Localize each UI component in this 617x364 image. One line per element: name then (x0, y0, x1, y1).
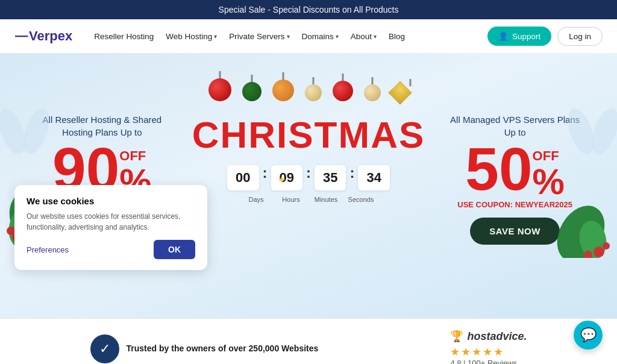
nav-links: Reseller Hosting Web Hosting ▾ Private S… (89, 28, 475, 45)
support-button[interactable]: 👤 Support (487, 27, 551, 46)
shield-icon: ✓ (90, 334, 119, 363)
hero-section: ✦ All Reseller Hosting & Shared Hosting … (0, 53, 617, 318)
ornament-1 (208, 78, 231, 101)
logo[interactable]: ⸻ Verpex (14, 28, 72, 44)
nav-label: Private Servers (229, 32, 284, 41)
chat-button[interactable]: 💬 (574, 321, 603, 350)
right-discount-suffix: OFF % (533, 139, 565, 200)
nav-domains[interactable]: Domains ▾ (297, 28, 343, 45)
ok-button[interactable]: OK (154, 240, 195, 259)
nav-about[interactable]: About ▾ (346, 28, 381, 45)
leaf-right-icon (557, 192, 617, 258)
ornaments-row (24, 53, 593, 101)
minutes-value: 35 (323, 170, 337, 186)
hostadvice-icon: 🏆 (450, 330, 463, 343)
ornament-2 (242, 82, 262, 101)
login-label: Log in (569, 32, 591, 41)
sep-1: : (263, 165, 268, 191)
hostadvice-name: hostadvice. (467, 330, 527, 343)
logo-text: Verpex (29, 28, 72, 44)
cookie-text: Our website uses cookies for essential s… (27, 211, 195, 233)
svg-point-8 (7, 227, 15, 235)
nav-label: About (351, 32, 372, 41)
navigation: ⸻ Verpex Reseller Hosting Web Hosting ▾ … (0, 19, 617, 53)
hostadvice-block: 🏆 hostadvice. ★★★★★ 4.8 | 100+ Reviews (450, 330, 527, 364)
svg-point-13 (603, 242, 610, 249)
nav-blog[interactable]: Blog (384, 28, 410, 45)
right-discount-block: 50 OFF % (449, 139, 581, 200)
minutes-label: Minutes (310, 196, 342, 203)
days-label: Days (240, 196, 272, 203)
nav-actions: 👤 Support Log in (487, 27, 603, 46)
right-save-button[interactable]: SAVE NOW (470, 218, 560, 245)
logo-icon: ⸻ (14, 28, 28, 44)
countdown-minutes: 35 (315, 165, 346, 190)
sep-2: : (306, 165, 311, 191)
preferences-link[interactable]: Preferences (27, 245, 69, 254)
countdown: 00 : 09 : 35 : 34 (192, 165, 425, 191)
right-discount-number: 50 (465, 139, 532, 199)
chevron-down-icon: ▾ (374, 33, 377, 40)
sep-3: : (349, 165, 354, 191)
trust-shield-item: ✓ Trusted by the owners of over 250,000 … (90, 334, 319, 363)
top-banner: Special Sale - Special Discounts on All … (0, 0, 617, 19)
christmas-text: CHRISTMAS (192, 113, 425, 156)
hours-label: Hours (275, 196, 307, 203)
nav-label: Domains (302, 32, 334, 41)
nav-reseller-hosting[interactable]: Reseller Hosting (89, 28, 158, 45)
right-coupon-prefix: USE COUPON: (457, 200, 515, 209)
support-icon: 👤 (498, 31, 509, 41)
chevron-down-icon: ▾ (336, 33, 339, 40)
days-value: 00 (236, 170, 250, 186)
nav-label: Web Hosting (166, 32, 212, 41)
nav-private-servers[interactable]: Private Servers ▾ (224, 28, 294, 45)
seconds-label: Seconds (345, 196, 377, 203)
chat-icon: 💬 (580, 327, 597, 343)
trust-row: ✓ Trusted by the owners of over 250,000 … (0, 318, 617, 364)
nav-label: Reseller Hosting (94, 32, 154, 41)
trust-text: Trusted by the owners of over 250,000 We… (127, 343, 319, 355)
stars: ★★★★★ (450, 345, 527, 359)
login-button[interactable]: Log in (557, 27, 603, 46)
countdown-seconds: 34 (358, 165, 389, 190)
hostadvice-logo: 🏆 hostadvice. (450, 330, 527, 343)
svg-point-11 (594, 246, 604, 257)
cookie-title: We use cookies (27, 196, 195, 206)
nav-label: Blog (389, 32, 405, 41)
hero-center: CHRISTMAS 00 : 09 : 35 : 34 Days (192, 107, 425, 203)
ornament-3 (272, 80, 294, 101)
countdown-labels: Days Hours Minutes Seconds (192, 196, 425, 203)
nav-web-hosting[interactable]: Web Hosting ▾ (161, 28, 222, 45)
ornament-4 (305, 84, 322, 101)
support-label: Support (512, 32, 540, 41)
snowflake-right-icon (569, 101, 617, 162)
countdown-hours: 09 (271, 165, 302, 190)
snowflake-left-icon (0, 101, 48, 162)
cookie-actions: Preferences OK (27, 240, 195, 259)
countdown-days: 00 (227, 165, 258, 190)
chevron-down-icon: ▾ (214, 33, 217, 40)
chevron-down-icon: ▾ (287, 33, 290, 40)
star-icon: ✦ (277, 174, 286, 187)
ornament-5 (333, 81, 353, 101)
ornament-6 (364, 84, 381, 101)
rating-text: 4.8 | 100+ Reviews (450, 359, 527, 364)
seconds-value: 34 (366, 170, 381, 186)
cookie-banner: We use cookies Our website uses cookies … (14, 185, 207, 270)
banner-text: Special Sale - Special Discounts on All … (219, 5, 399, 14)
